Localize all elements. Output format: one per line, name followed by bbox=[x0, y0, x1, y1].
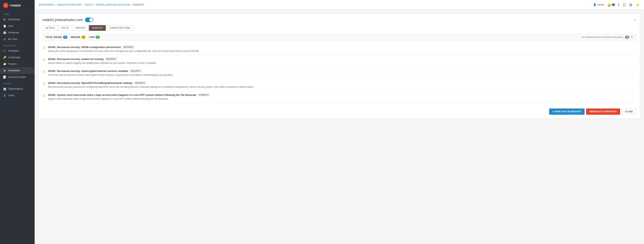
breadcrumb-separator: / bbox=[94, 4, 95, 6]
no-remediation-label: NO REMEDIATION PLAYBOOK AVAILABLE bbox=[582, 36, 623, 38]
issue-title: ISSUE: Decreased security: GRUB configur… bbox=[48, 46, 636, 49]
issue-title: ISSUE: Decreased security: auditd not ru… bbox=[48, 58, 636, 61]
sidebar-item-projects[interactable]: 📁Projects bbox=[0, 61, 34, 67]
sidebar-item-label: Templates bbox=[8, 50, 19, 52]
issue-tag: SECURITY bbox=[130, 70, 142, 72]
issue-item: ☰ISSUE: Decreased security: Unencrypted … bbox=[42, 67, 636, 79]
breadcrumb: INVENTORIES/Insights Inventory/HOSTS/nod… bbox=[38, 4, 144, 6]
tab-insights[interactable]: INSIGHTS bbox=[89, 25, 106, 31]
sidebar-item-dashboard[interactable]: ⊞Dashboard bbox=[0, 16, 34, 23]
activity-icon[interactable]: ⚡ bbox=[635, 3, 640, 7]
tab-groups[interactable]: GROUPS bbox=[72, 25, 88, 31]
app-logo: A TOWER bbox=[0, 0, 34, 11]
topbar: INVENTORIES/Insights Inventory/HOSTS/nod… bbox=[34, 0, 644, 10]
issue-title-text: ISSUE: Decreased security: GRUB configur… bbox=[48, 46, 121, 49]
notifications[interactable]: 🔔 0 bbox=[607, 3, 615, 7]
user-menu[interactable]: 👤 admin bbox=[593, 3, 604, 6]
card-title-row: node01.jmanuelcalvo.com bbox=[42, 18, 94, 22]
issue-description: System clock inaccurate when a leap seco… bbox=[48, 97, 636, 101]
medium-label: MEDIUM bbox=[71, 36, 80, 39]
no-remediation-count: 5 bbox=[625, 36, 629, 39]
users-icon: 👤 bbox=[3, 94, 6, 97]
templates-icon: ✏ bbox=[3, 49, 6, 52]
sidebar-item-label: Users bbox=[8, 94, 14, 97]
tab-bar: DETAILSFACTSGROUPSINSIGHTSCOMPLETED JOBS bbox=[42, 25, 636, 31]
sidebar-item-label: Dashboard bbox=[8, 18, 20, 21]
sidebar-section-label: ACCESS bbox=[0, 80, 34, 86]
user-icon: 👤 bbox=[593, 3, 596, 6]
dashboard-icon: ⊞ bbox=[3, 18, 6, 21]
clipboard-icon[interactable]: 📋 bbox=[622, 3, 626, 7]
host-toggle[interactable] bbox=[85, 18, 94, 22]
host-name: node01.jmanuelcalvo.com bbox=[42, 18, 83, 22]
breadcrumb-item-4: INSIGHTS bbox=[133, 4, 144, 6]
filter-left: TOTAL ISSUES 5 MEDIUM 1 LOW 4 bbox=[46, 36, 100, 39]
sidebar-section-label: RESOURCES bbox=[0, 42, 34, 48]
inventories-icon: 🖥 bbox=[3, 69, 6, 72]
topbar-icons: 👤 admin 🔔 0 ℹ 📋 ⏻ ⚡ bbox=[593, 3, 640, 7]
issue-item: ☰ISSUE: Decreased security: GRUB configu… bbox=[42, 43, 636, 55]
sidebar-item-label: Credentials bbox=[8, 56, 20, 59]
sidebar-item-credentials[interactable]: 🔑Credentials bbox=[0, 54, 34, 61]
medium-count: 1 bbox=[81, 36, 86, 39]
app-name: TOWER bbox=[10, 4, 21, 7]
issue-tag: SECURITY bbox=[122, 46, 134, 49]
security-issue-icon: ☰ bbox=[42, 70, 46, 74]
medium-filter[interactable]: MEDIUM 1 bbox=[71, 36, 86, 39]
breadcrumb-item-3[interactable]: node01.jmanuelcalvo.com bbox=[96, 4, 130, 6]
total-issues-filter[interactable]: TOTAL ISSUES 5 bbox=[46, 36, 67, 39]
breadcrumb-item-2[interactable]: HOSTS bbox=[85, 4, 93, 6]
issue-title: ISSUE: Decreased security: Unencrypted i… bbox=[48, 70, 636, 72]
total-issues-label: TOTAL ISSUES bbox=[46, 36, 62, 39]
username: admin bbox=[598, 3, 604, 6]
sidebar-item-inventory-scripts[interactable]: 📝Inventory Scripts bbox=[0, 74, 34, 80]
tab-facts[interactable]: FACTS bbox=[58, 25, 72, 31]
info-icon[interactable]: ℹ bbox=[618, 3, 619, 7]
issue-body: ISSUE: Decreased security: Unencrypted i… bbox=[48, 70, 636, 77]
issue-title: ISSUE: System clock inaccurate when a le… bbox=[48, 93, 636, 96]
tab-details[interactable]: DETAILS bbox=[42, 25, 58, 31]
sidebar-item-jobs[interactable]: 📋Jobs bbox=[0, 23, 34, 29]
sidebar-item-organizations[interactable]: 🏢Organizations bbox=[0, 86, 34, 92]
filter-right: NO REMEDIATION PLAYBOOK AVAILABLE 5 ↻ bbox=[582, 36, 633, 39]
issue-item: ☰ISSUE: Decreased security: auditd not r… bbox=[42, 55, 636, 67]
issue-body: ISSUE: Decreased security: GRUB configur… bbox=[48, 46, 636, 53]
low-count: 4 bbox=[96, 36, 100, 39]
low-filter[interactable]: LOW 4 bbox=[89, 36, 100, 39]
page-content: node01.jmanuelcalvo.com ✕ DETAILSFACTSGR… bbox=[34, 10, 644, 244]
issue-description: The telnet and rsh services provide unen… bbox=[48, 73, 636, 77]
issue-description: Setting the owner and group to root prev… bbox=[48, 49, 636, 53]
security-issue-icon: ☰ bbox=[42, 58, 46, 62]
issue-body: ISSUE: Decreased security: auditd not ru… bbox=[48, 58, 636, 65]
organizations-icon: 🏢 bbox=[3, 87, 6, 90]
sidebar-item-label: Inventories bbox=[8, 69, 20, 72]
breadcrumb-separator: / bbox=[132, 4, 132, 6]
breadcrumb-item-1[interactable]: Insights Inventory bbox=[57, 4, 82, 6]
card-footer: ▸ VIEW DATA IN INSIGHTS REMEDIATE INVENT… bbox=[42, 106, 636, 115]
issue-body: ISSUE: System clock inaccurate when a le… bbox=[48, 93, 636, 101]
sidebar-section-label: VIEWS bbox=[0, 11, 34, 16]
close-card-button[interactable]: ✕ bbox=[634, 18, 636, 22]
issue-description: Recommended security practices for confi… bbox=[48, 85, 636, 89]
breadcrumb-item-0[interactable]: INVENTORIES bbox=[38, 4, 54, 6]
sidebar-item-label: Schedules bbox=[8, 31, 19, 34]
refresh-button[interactable]: ↻ bbox=[631, 36, 633, 39]
breadcrumb-separator: / bbox=[55, 4, 56, 6]
sidebar-item-inventories[interactable]: 🖥Inventories bbox=[0, 67, 34, 74]
view-data-button[interactable]: ▸ VIEW DATA IN INSIGHTS bbox=[549, 108, 584, 115]
close-button[interactable]: CLOSE bbox=[622, 108, 636, 115]
sidebar-item-myview[interactable]: 🗂My View bbox=[0, 36, 34, 42]
issue-tag: SECURITY bbox=[105, 58, 117, 61]
logo-icon: A bbox=[3, 3, 8, 8]
issue-body: ISSUE: Decreased security: OpenSSH Permi… bbox=[48, 81, 636, 89]
remediate-button[interactable]: REMEDIATE INVENTORY bbox=[586, 108, 620, 115]
sidebar-item-users[interactable]: 👤Users bbox=[0, 92, 34, 99]
tab-completed-jobs[interactable]: COMPLETED JOBS bbox=[106, 25, 133, 31]
issue-item: ☰ISSUE: System clock inaccurate when a l… bbox=[42, 91, 636, 103]
sidebar-item-templates[interactable]: ✏Templates bbox=[0, 48, 34, 54]
security-issue-icon: ☰ bbox=[42, 46, 46, 50]
issue-title: ISSUE: Decreased security: OpenSSH Permi… bbox=[48, 81, 636, 84]
sidebar-item-schedules[interactable]: 📅Schedules bbox=[0, 29, 34, 36]
credentials-icon: 🔑 bbox=[3, 56, 6, 59]
power-icon[interactable]: ⏻ bbox=[629, 3, 632, 7]
